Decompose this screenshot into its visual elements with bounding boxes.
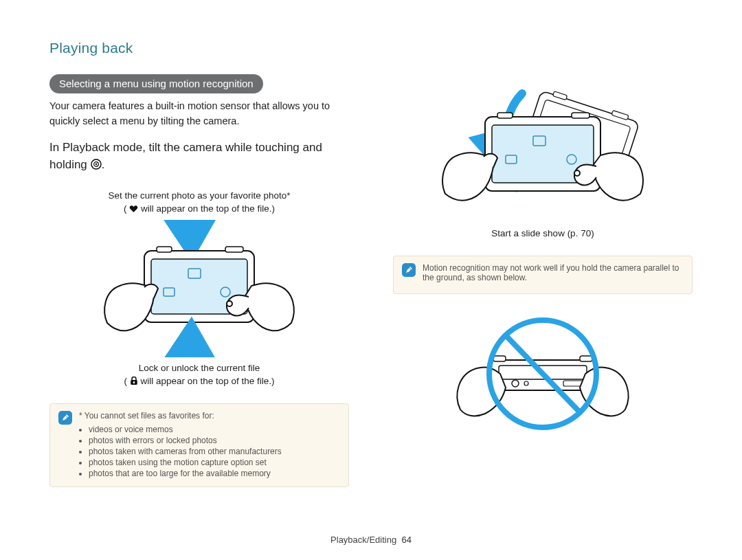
- note-lead: * You cannot set files as favorites for:: [79, 411, 282, 421]
- caption-slideshow: Start a slide show (p. 70): [412, 227, 673, 240]
- instruction-post: .: [102, 158, 105, 171]
- note-pen-icon: [58, 411, 72, 425]
- svg-point-28: [512, 380, 519, 387]
- caption-lock: Lock or unlock the current file ( will a…: [69, 361, 330, 388]
- note-parallel-text: Motion recognition may not work well if …: [423, 263, 684, 282]
- page-footer: Playback/Editing 64: [0, 535, 742, 545]
- svg-point-25: [574, 170, 580, 176]
- hands-camera-tilt-updown: [49, 220, 349, 357]
- svg-rect-30: [563, 381, 583, 386]
- hands-camera-topview-prohibited: [393, 306, 693, 437]
- two-column-layout: Selecting a menu using motion recognitio…: [49, 74, 693, 487]
- caption-favorite-line2-post: will appear on the top of the file.): [141, 203, 275, 214]
- manual-page: Playing back Selecting a menu using moti…: [0, 0, 742, 560]
- svg-rect-13: [133, 382, 134, 383]
- caption-lock-line2-pre: (: [124, 376, 127, 386]
- figure-tilt-updown: Set the current photo as your favorite p…: [49, 189, 349, 388]
- svg-rect-21: [572, 113, 589, 118]
- note-parallel-warning: Motion recognition may not work well if …: [393, 256, 693, 294]
- caption-lock-line1: Lock or unlock the current file: [139, 363, 260, 373]
- caption-lock-line2-post: will appear on the top of the file.): [140, 376, 274, 386]
- right-column: Start a slide show (p. 70) Motion recogn…: [393, 74, 693, 441]
- note-pen-icon: [402, 263, 416, 277]
- svg-point-10: [227, 301, 232, 306]
- figure-tilt-left: Start a slide show (p. 70): [393, 78, 693, 240]
- svg-rect-5: [157, 247, 172, 252]
- heart-icon: [129, 205, 138, 213]
- svg-rect-6: [225, 247, 243, 252]
- note-item: photos with errors or locked photos: [89, 436, 282, 445]
- footer-page-number: 64: [401, 535, 411, 545]
- svg-point-29: [524, 381, 528, 385]
- svg-rect-32: [580, 356, 592, 361]
- subsection-pill: Selecting a menu using motion recognitio…: [49, 74, 263, 93]
- caption-favorite: Set the current photo as your favorite p…: [69, 189, 330, 216]
- target-icon: [91, 159, 102, 170]
- footer-breadcrumb: Playback/Editing: [330, 535, 396, 545]
- svg-rect-31: [493, 356, 506, 361]
- note-item: photos that are too large for the availa…: [89, 469, 282, 478]
- lock-icon: [130, 377, 138, 385]
- note-text: * You cannot set files as favorites for:…: [79, 411, 282, 480]
- section-title: Playing back: [49, 40, 693, 56]
- instruction-line: In Playback mode, tilt the camera while …: [49, 139, 349, 174]
- note-list: videos or voice memos photos with errors…: [79, 425, 282, 478]
- note-item: photos taken with cameras from other man…: [89, 447, 282, 456]
- note-limitations: * You cannot set files as favorites for:…: [49, 403, 349, 487]
- hands-camera-tilt-left: [393, 78, 693, 223]
- caption-favorite-line2-pre: (: [124, 203, 127, 214]
- note-text: Motion recognition may not work well if …: [423, 263, 684, 287]
- intro-paragraph: Your camera features a built-in motion s…: [49, 99, 349, 129]
- note-item: photos taken using the motion capture op…: [89, 458, 282, 467]
- svg-point-2: [95, 164, 96, 165]
- note-item: videos or voice memos: [89, 425, 282, 434]
- left-column: Selecting a menu using motion recognitio…: [49, 74, 349, 487]
- figure-prohibited: [393, 306, 693, 437]
- svg-rect-20: [497, 113, 513, 118]
- caption-favorite-line1: Set the current photo as your favorite p…: [109, 190, 291, 201]
